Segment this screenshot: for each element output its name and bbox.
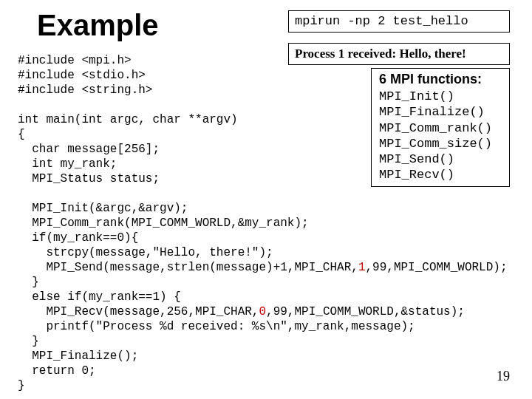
- page-number: 19: [497, 369, 510, 384]
- code-line: MPI_Comm_rank(MPI_COMM_WORLD,&my_rank);: [18, 216, 309, 230]
- code-block: #include <mpi.h> #include <stdio.h> #inc…: [18, 53, 508, 393]
- code-line: MPI_Recv(message,256,MPI_CHAR,: [18, 305, 259, 318]
- code-line: }: [18, 335, 39, 348]
- code-line: }: [18, 276, 39, 289]
- slide: Example mpirun -np 2 test_hello Process …: [0, 0, 532, 399]
- code-line: MPI_Init(&argc,&argv);: [18, 202, 188, 215]
- code-line: ,99,MPI_COMM_WORLD,&status);: [266, 305, 465, 318]
- slide-title: Example: [37, 9, 159, 42]
- code-line: MPI_Send(message,strlen(message)+1,MPI_C…: [18, 261, 358, 274]
- code-line: }: [18, 379, 25, 392]
- command-box: mpirun -np 2 test_hello: [288, 10, 510, 33]
- code-line: #include <string.h>: [18, 83, 152, 97]
- code-line: int my_rank;: [18, 157, 117, 171]
- code-line: ,99,MPI_COMM_WORLD);: [365, 261, 507, 274]
- code-line: strcpy(message,"Hello, there!");: [18, 246, 273, 259]
- code-line: if(my_rank==0){: [18, 231, 138, 245]
- code-line: MPI_Finalize();: [18, 349, 138, 363]
- code-line: #include <mpi.h>: [18, 54, 132, 67]
- code-line: return 0;: [18, 364, 96, 378]
- code-line: #include <stdio.h>: [18, 69, 146, 82]
- code-line: printf("Process %d received: %s\n",my_ra…: [18, 320, 415, 333]
- code-line: {: [18, 128, 25, 141]
- command-text: mpirun -np 2 test_hello: [295, 14, 468, 28]
- code-line: char message[256];: [18, 143, 160, 156]
- code-line: else if(my_rank==1) {: [18, 290, 181, 304]
- code-line: MPI_Status status;: [18, 172, 160, 185]
- code-line: int main(int argc, char **argv): [18, 113, 238, 126]
- code-highlight-recv-rank: 0: [259, 305, 266, 318]
